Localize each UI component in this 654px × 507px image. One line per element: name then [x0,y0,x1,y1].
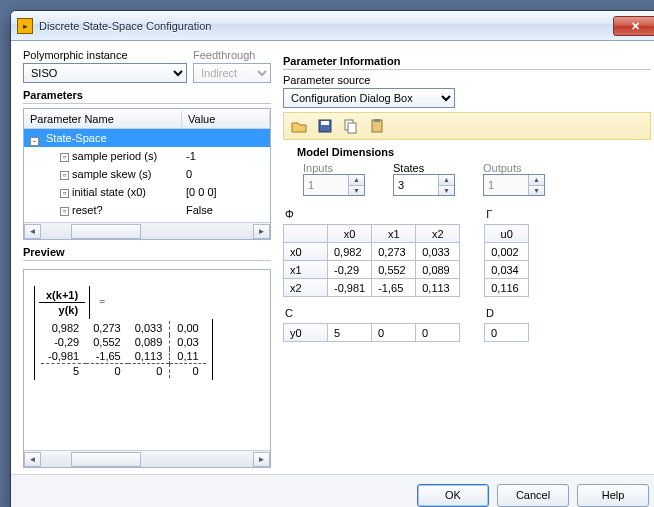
preview-heading: Preview [23,246,271,258]
c-label: C [285,307,460,319]
collapse-icon[interactable]: - [30,137,39,146]
window-title: Discrete State-Space Configuration [39,20,613,32]
h-scrollbar[interactable]: ◄ ► [24,222,270,239]
col-name[interactable]: Parameter Name [24,111,182,127]
phi-matrix[interactable]: x0x1x2 x00,9820,2730,033 x1-0,290,5520,0… [283,224,460,297]
scroll-right-icon[interactable]: ► [253,224,270,239]
polymorphic-label: Polymorphic instance [23,49,187,61]
preview-matrix: 0,9820,2730,0330,00 -0,290,5520,0890,03 … [34,319,213,380]
d-matrix[interactable]: 0 [484,323,529,342]
leaf-icon: ▫ [60,171,69,180]
model-dims-heading: Model Dimensions [293,146,398,158]
parameters-heading: Parameters [23,89,271,101]
preview-h-scrollbar[interactable]: ◄ ► [24,450,270,467]
svg-rect-1 [321,121,329,125]
preview-panel: x(k+1) y(k) = 0,9820,2730,0330,00 -0,290… [23,269,271,468]
help-button[interactable]: Help [577,484,649,507]
save-icon[interactable] [316,117,334,135]
svg-rect-5 [374,119,380,122]
scroll-left-icon[interactable]: ◄ [24,224,41,239]
button-bar: OK Cancel Help [11,474,654,507]
spin-up-icon[interactable]: ▲ [438,175,454,186]
states-spin[interactable]: ▲▼ [393,174,455,196]
spin-up-icon[interactable]: ▲ [348,175,364,186]
preview-lhs-top: x(k+1) [39,288,85,303]
gamma-label: Γ [486,208,529,220]
app-icon: ▸ [17,18,33,34]
preview-lhs-bot: y(k) [39,303,85,318]
param-row[interactable]: ▫ sample period (s) -1 [24,147,270,165]
paste-icon[interactable] [368,117,386,135]
scroll-right-icon[interactable]: ► [253,452,270,467]
ok-button[interactable]: OK [417,484,489,507]
scroll-thumb[interactable] [71,224,141,239]
inputs-label: Inputs [303,162,365,174]
toolbar [283,112,651,140]
outputs-spin[interactable]: ▲▼ [483,174,545,196]
spin-down-icon[interactable]: ▼ [348,186,364,196]
param-row[interactable]: ▫ initial state (x0) [0 0 0] [24,183,270,201]
c-matrix[interactable]: y0500 [283,323,460,342]
spin-down-icon[interactable]: ▼ [528,186,544,196]
d-label: D [486,307,529,319]
copy-icon[interactable] [342,117,360,135]
feedthrough-select: Indirect [193,63,271,83]
cancel-button[interactable]: Cancel [497,484,569,507]
param-row-statespace[interactable]: -State-Space [24,129,270,147]
equals-sign: = [99,295,105,307]
inputs-spin[interactable]: ▲▼ [303,174,365,196]
close-button[interactable]: ✕ [613,16,654,36]
param-source-select[interactable]: Configuration Dialog Box [283,88,455,108]
leaf-icon: ▫ [60,189,69,198]
col-value[interactable]: Value [182,111,270,127]
outputs-label: Outputs [483,162,545,174]
param-source-label: Parameter source [283,74,651,86]
param-row[interactable]: ▫ reset? False [24,201,270,219]
spin-up-icon[interactable]: ▲ [528,175,544,186]
phi-label: Φ [285,208,460,220]
feedthrough-label: Feedthrough [193,49,271,61]
param-info-heading: Parameter Information [283,55,651,67]
param-row[interactable]: ▫ sample skew (s) 0 [24,165,270,183]
open-icon[interactable] [290,117,308,135]
states-label: States [393,162,455,174]
polymorphic-select[interactable]: SISO [23,63,187,83]
scroll-left-icon[interactable]: ◄ [24,452,41,467]
leaf-icon: ▫ [60,207,69,216]
svg-rect-3 [348,123,356,133]
titlebar[interactable]: ▸ Discrete State-Space Configuration ✕ [11,11,654,41]
parameters-table[interactable]: Parameter Name Value -State-Space ▫ samp… [23,108,271,240]
gamma-matrix[interactable]: u0 0,002 0,034 0,116 [484,224,529,297]
scroll-thumb[interactable] [71,452,141,467]
spin-down-icon[interactable]: ▼ [438,186,454,196]
leaf-icon: ▫ [60,153,69,162]
dialog-window: ▸ Discrete State-Space Configuration ✕ P… [10,10,654,507]
